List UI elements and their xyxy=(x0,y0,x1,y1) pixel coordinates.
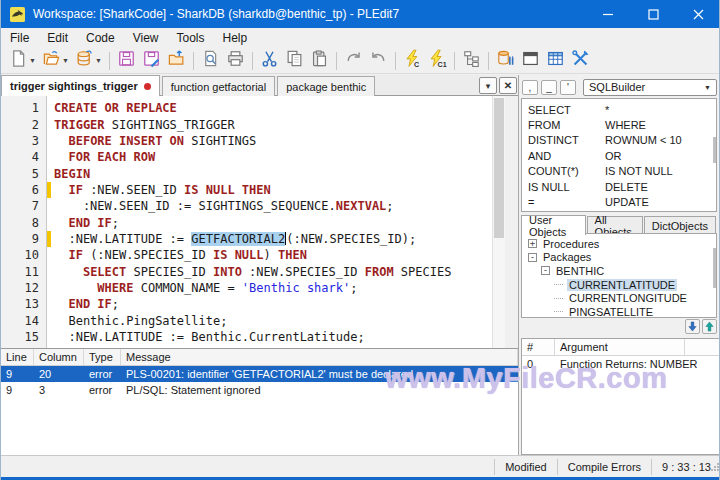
compile-single-button[interactable]: C1 xyxy=(425,49,450,72)
quick-insert-button-2[interactable]: ' xyxy=(560,80,576,95)
print-preview-button[interactable] xyxy=(198,49,223,72)
code-line[interactable]: 4 FOR EACH ROW xyxy=(1,149,491,165)
message-column: 20 xyxy=(34,368,84,380)
compile-message-panel: LineColumnTypeMessage920errorPLS-00201: … xyxy=(1,348,518,455)
chevron-down-icon[interactable]: ▼ xyxy=(62,57,69,64)
line-number: 9 xyxy=(1,232,47,246)
snippet-row[interactable]: COUNT(*)IS NOT NULL xyxy=(522,164,716,179)
code-line[interactable]: 5BEGIN xyxy=(1,165,491,181)
tab-package-benthic[interactable]: package benthic xyxy=(277,76,375,96)
tree-item-currentlatitude[interactable]: CURRENTLATITUDE xyxy=(522,278,716,292)
cut-icon xyxy=(260,49,279,72)
argument-cell: Function Returns: NUMBER xyxy=(555,358,703,370)
message-row[interactable]: 93errorPL/SQL: Statement ignored xyxy=(1,382,518,398)
new-file-button[interactable]: ▼ xyxy=(6,49,39,72)
code-line[interactable]: 9 :NEW.LATITUDE := GETFACTORIAL2(:NEW.SP… xyxy=(1,231,491,247)
close-button[interactable] xyxy=(676,0,720,28)
message-header-column[interactable]: Column xyxy=(34,349,84,365)
snippet-row[interactable]: SELECT* xyxy=(522,102,716,117)
code-line[interactable]: 1CREATE OR REPLACE xyxy=(1,100,491,116)
menu-edit[interactable]: Edit xyxy=(38,29,77,47)
sql-builder-dropdown[interactable]: SQLBuilder▼ xyxy=(583,79,717,96)
folder-export-button[interactable] xyxy=(164,49,189,72)
code-text: :NEW.SEEN_ID := SIGHTINGS_SEQUENCE.NEXTV… xyxy=(51,199,394,213)
options-button[interactable] xyxy=(568,49,593,72)
code-line[interactable]: 15 :NEW.LATITUDE := Benthic.CurrentLatit… xyxy=(1,329,491,345)
code-editor[interactable]: 1CREATE OR REPLACE2TRIGGER SIGHTINGS_TRI… xyxy=(1,96,505,348)
tree-item-pingsatellite[interactable]: PINGSATELLITE xyxy=(522,305,716,318)
menu-tools[interactable]: Tools xyxy=(168,29,214,47)
open-database-button[interactable]: ▼ xyxy=(72,49,105,72)
snippet-row[interactable]: =UPDATE xyxy=(522,194,716,209)
maximize-button[interactable] xyxy=(631,0,676,28)
tab-function-getfactorial[interactable]: function getfactorial xyxy=(162,76,275,96)
message-header-message[interactable]: Message xyxy=(121,349,518,365)
code-line[interactable]: 7 :NEW.SEEN_ID := SIGHTINGS_SEQUENCE.NEX… xyxy=(1,198,491,214)
snippet-row[interactable]: FROMWHERE xyxy=(522,117,716,132)
compile-button[interactable]: C xyxy=(400,49,425,72)
snippet-row[interactable]: DISTINCTROWNUM < 10 xyxy=(522,133,716,148)
chevron-down-icon[interactable]: ▼ xyxy=(95,57,102,64)
collapse-minus-icon[interactable]: - xyxy=(541,266,550,275)
snippet-scrollbar-thumb[interactable] xyxy=(713,137,716,163)
quick-insert-button-0[interactable]: , xyxy=(522,80,538,95)
code-line[interactable]: 8 END IF; xyxy=(1,214,491,230)
resize-grip-icon[interactable] xyxy=(711,463,719,471)
code-line[interactable]: 6 IF :NEW.SEEN_ID IS NULL THEN xyxy=(1,182,491,198)
menu-code[interactable]: Code xyxy=(77,29,124,47)
code-line[interactable]: 10 IF (:NEW.SPECIES_ID IS NULL) THEN xyxy=(1,247,491,263)
tree-scrollbar-thumb[interactable] xyxy=(713,248,716,288)
tab-list-dropdown-button[interactable]: ▾ xyxy=(479,77,497,94)
message-header-line[interactable]: Line xyxy=(1,349,34,365)
message-header-type[interactable]: Type xyxy=(84,349,121,365)
undo-button[interactable] xyxy=(366,49,391,72)
code-text: WHERE COMMON_NAME = 'Benthic shark'; xyxy=(51,281,357,295)
code-line[interactable]: 2TRIGGER SIGHTINGS_TRIGGER xyxy=(1,116,491,132)
tree-item-currentlongitude[interactable]: CURRENTLONGITUDE xyxy=(522,291,716,305)
chevron-down-icon[interactable]: ▼ xyxy=(29,57,36,64)
expand-plus-icon[interactable]: + xyxy=(528,239,537,248)
save-as-button[interactable] xyxy=(139,49,164,72)
message-row[interactable]: 920errorPLS-00201: identifier 'GETFACTOR… xyxy=(1,366,518,382)
open-file-button[interactable]: ▼ xyxy=(39,49,72,72)
code-hierarchy-button[interactable] xyxy=(459,49,484,72)
paste-button[interactable] xyxy=(307,49,332,72)
tree-item-procedures[interactable]: +Procedures xyxy=(522,237,716,251)
database-options-button[interactable] xyxy=(493,49,518,72)
navigate-down-button[interactable] xyxy=(685,319,700,334)
minimize-button[interactable] xyxy=(586,0,631,28)
menu-help[interactable]: Help xyxy=(214,29,257,47)
copy-button[interactable] xyxy=(282,49,307,72)
tab-trigger-sightings_trigger[interactable]: trigger sightings_trigger xyxy=(1,75,160,96)
save-button[interactable] xyxy=(114,49,139,72)
menu-file[interactable]: File xyxy=(1,29,38,47)
window-layout-button[interactable] xyxy=(518,49,543,72)
code-line[interactable]: 14 Benthic.PingSatellite; xyxy=(1,312,491,328)
tab-user-objects[interactable]: User Objects xyxy=(521,215,586,235)
code-line[interactable]: 3 BEFORE INSERT ON SIGHTINGS xyxy=(1,133,491,149)
collapse-minus-icon[interactable]: - xyxy=(528,253,537,262)
code-line[interactable]: 13 END IF; xyxy=(1,296,491,312)
selected-identifier: GETFACTORIAL2 xyxy=(191,232,285,246)
editor-vertical-scrollbar[interactable] xyxy=(492,96,505,348)
print-button[interactable] xyxy=(223,49,248,72)
code-line[interactable]: 12 WHERE COMMON_NAME = 'Benthic shark'; xyxy=(1,280,491,296)
argument-row[interactable]: 0Function Returns: NUMBER xyxy=(522,356,720,372)
navigate-up-button[interactable] xyxy=(702,319,717,334)
scrollbar-thumb[interactable] xyxy=(494,98,504,238)
quick-insert-button-1[interactable]: _ xyxy=(541,80,557,95)
redo-button[interactable] xyxy=(341,49,366,72)
cut-button[interactable] xyxy=(257,49,282,72)
data-grid-button[interactable] xyxy=(543,49,568,72)
code-line[interactable]: 11 SELECT SPECIES_ID INTO :NEW.SPECIES_I… xyxy=(1,263,491,279)
tab-close-button[interactable]: ✕ xyxy=(499,77,517,94)
snippet-row[interactable]: IS NULLDELETE xyxy=(522,179,716,194)
snippet-row[interactable]: ANDOR xyxy=(522,148,716,163)
tree-item-benthic[interactable]: -BENTHIC xyxy=(522,264,716,278)
tree-item-packages[interactable]: -Packages xyxy=(522,251,716,265)
data-grid-icon xyxy=(546,49,565,72)
chevron-down-icon: ▾ xyxy=(486,81,491,91)
compile-errors-indicator: Compile Errors xyxy=(557,459,651,475)
maximize-icon xyxy=(648,9,659,20)
menu-view[interactable]: View xyxy=(124,29,168,47)
